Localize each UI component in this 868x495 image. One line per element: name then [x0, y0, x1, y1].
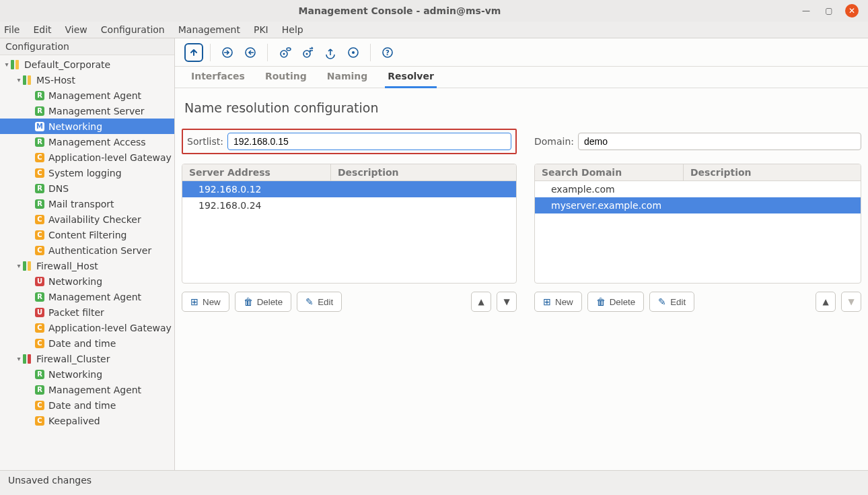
tree-item-management-agent[interactable]: RManagement Agent	[0, 289, 174, 304]
svg-point-7	[352, 51, 355, 54]
tab-routing[interactable]: Routing	[262, 67, 310, 88]
svg-point-3	[283, 53, 285, 55]
menu-file[interactable]: File	[4, 24, 20, 35]
toolbar-help-icon[interactable]: ?	[377, 42, 398, 63]
trash-icon: 🗑	[244, 296, 253, 307]
sidebar: Configuration ▾Default_Corporate▾MS-Host…	[0, 38, 175, 470]
tree-item-networking[interactable]: RNetworking	[0, 366, 174, 382]
tree-host-Firewall_Host[interactable]: ▾Firewall_Host	[0, 258, 174, 273]
table-row[interactable]: example.com	[535, 181, 861, 197]
servers-column: Sortlist: Server Address Description 192…	[182, 129, 517, 470]
tab-bar: InterfacesRoutingNamingResolver	[175, 67, 868, 88]
sidebar-heading: Configuration	[0, 38, 174, 55]
svg-text:?: ?	[386, 49, 390, 57]
tree-item-management-server[interactable]: RManagement Server	[0, 103, 174, 119]
menu-management[interactable]: Management	[178, 24, 240, 35]
tree-item-mail-transport[interactable]: RMail transport	[0, 196, 174, 211]
servers-new-button[interactable]: ⊞New	[182, 292, 229, 312]
search-table[interactable]: Search Domain Description example.commys…	[534, 164, 861, 284]
menu-help[interactable]: Help	[282, 24, 303, 35]
plus-icon: ⊞	[543, 296, 551, 307]
toolbar: ?	[175, 38, 868, 67]
servers-table[interactable]: Server Address Description 192.168.0.121…	[182, 164, 517, 284]
tree-item-availability-checker[interactable]: CAvailability Checker	[0, 211, 174, 227]
toolbar-up-icon[interactable]	[184, 43, 203, 62]
table-row[interactable]: 192.168.0.12	[182, 181, 516, 197]
tree-host-Firewall_Cluster[interactable]: ▾Firewall_Cluster	[0, 351, 174, 366]
tree-host-MS-Host[interactable]: ▾MS-Host	[0, 72, 174, 88]
svg-point-5	[306, 53, 308, 55]
tree-item-packet-filter[interactable]: UPacket filter	[0, 304, 174, 320]
trash-icon: 🗑	[596, 296, 606, 307]
sortlist-label: Sortlist:	[187, 136, 223, 147]
window-title: Management Console - admin@ms-vm	[0, 5, 799, 16]
minimize-button[interactable]: —	[799, 4, 813, 18]
search-move-down[interactable]: ▼	[841, 292, 861, 312]
tree-item-dns[interactable]: RDNS	[0, 180, 174, 196]
window-titlebar: Management Console - admin@ms-vm — ▢ ✕	[0, 0, 868, 22]
tree-item-management-agent[interactable]: RManagement Agent	[0, 382, 174, 397]
maximize-button[interactable]: ▢	[822, 4, 836, 18]
toolbar-gear-view-icon[interactable]	[275, 42, 295, 63]
tree-item-management-agent[interactable]: RManagement Agent	[0, 88, 174, 103]
servers-edit-button[interactable]: ✎Edit	[297, 292, 342, 312]
search-delete-button[interactable]: 🗑Delete	[587, 292, 645, 312]
tree-item-networking[interactable]: MNetworking	[0, 119, 174, 134]
menu-configuration[interactable]: Configuration	[101, 24, 165, 35]
toolbar-gear-circle-icon[interactable]	[343, 42, 363, 63]
pencil-icon: ✎	[305, 296, 314, 307]
col-search-domain: Search Domain	[535, 164, 683, 180]
sortlist-input[interactable]	[227, 133, 511, 150]
tree-item-authentication-server[interactable]: CAuthentication Server	[0, 242, 174, 258]
toolbar-arrow-out-icon[interactable]	[240, 42, 260, 63]
page-heading: Name resolution configuration	[184, 100, 859, 115]
table-row[interactable]: 192.168.0.24	[182, 197, 516, 213]
search-column: Domain: Search Domain Description exampl…	[534, 129, 861, 470]
separator-icon	[370, 44, 371, 61]
tree-item-application-level-gateway[interactable]: CApplication-level Gateway	[0, 320, 174, 335]
plus-icon: ⊞	[190, 296, 198, 307]
domain-input[interactable]	[578, 133, 861, 150]
pencil-icon: ✎	[658, 296, 666, 307]
toolbar-upload-icon[interactable]	[320, 42, 340, 63]
search-move-up[interactable]: ▲	[816, 292, 836, 312]
resolver-page: Name resolution configuration Sortlist: …	[175, 88, 868, 470]
content-area: ? InterfacesRoutingNamingResolver Name r…	[175, 38, 868, 470]
sortlist-field-highlight: Sortlist:	[182, 129, 517, 154]
search-edit-button[interactable]: ✎Edit	[649, 292, 694, 312]
menu-view[interactable]: View	[65, 24, 87, 35]
tree-item-system-logging[interactable]: CSystem logging	[0, 165, 174, 180]
col-description: Description	[330, 164, 516, 180]
col-description: Description	[683, 164, 861, 180]
menubar: FileEditViewConfigurationManagementPKIHe…	[0, 22, 868, 38]
domain-label: Domain:	[534, 136, 574, 147]
tree-item-keepalived[interactable]: CKeepalived	[0, 413, 174, 428]
servers-move-down[interactable]: ▼	[497, 292, 517, 312]
tree-item-networking[interactable]: UNetworking	[0, 273, 174, 289]
search-new-button[interactable]: ⊞New	[534, 292, 582, 312]
separator-icon	[210, 44, 211, 61]
close-button[interactable]: ✕	[845, 4, 859, 18]
separator-icon	[267, 44, 268, 61]
status-bar: Unsaved changes	[0, 470, 868, 490]
servers-move-up[interactable]: ▲	[471, 292, 491, 312]
tree-item-date-and-time[interactable]: CDate and time	[0, 335, 174, 351]
toolbar-gear-sync-icon[interactable]	[297, 42, 318, 63]
tab-interfaces[interactable]: Interfaces	[188, 67, 248, 88]
tab-resolver[interactable]: Resolver	[385, 67, 437, 88]
tree-root[interactable]: ▾Default_Corporate	[0, 57, 174, 72]
menu-edit[interactable]: Edit	[33, 24, 51, 35]
config-tree[interactable]: ▾Default_Corporate▾MS-HostRManagement Ag…	[0, 55, 174, 470]
table-row[interactable]: myserver.example.com	[535, 197, 861, 213]
tree-item-date-and-time[interactable]: CDate and time	[0, 397, 174, 413]
tree-item-management-access[interactable]: RManagement Access	[0, 134, 174, 150]
toolbar-arrow-in-icon[interactable]	[217, 42, 238, 63]
col-server-address: Server Address	[182, 164, 330, 180]
tree-item-content-filtering[interactable]: CContent Filtering	[0, 227, 174, 242]
servers-delete-button[interactable]: 🗑Delete	[235, 292, 292, 312]
menu-pki[interactable]: PKI	[254, 24, 268, 35]
tab-naming[interactable]: Naming	[324, 67, 371, 88]
tree-item-application-level-gateway[interactable]: CApplication-level Gateway	[0, 150, 174, 165]
